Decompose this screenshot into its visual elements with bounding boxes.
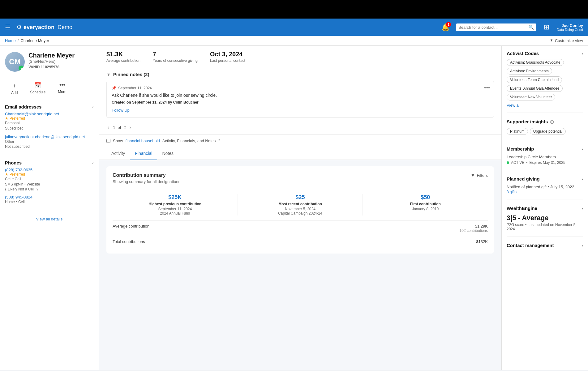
email-address-1[interactable]: CharleneM@sink.sendgrid.net [5,112,59,116]
household-checkbox-row: Show financial household Activity, Finan… [99,135,501,147]
add-icon: ＋ [12,82,17,89]
cs-metric-value-3: $50 [368,194,483,201]
activist-codes-title: Activist Codes [507,51,539,56]
cs-rows: Average contribution $1.29K 102 contribu… [113,220,488,247]
activist-tag: Volunteer: Team Captain lead [507,76,562,83]
middle-panel: $1.3K Average contribution 7 Years of co… [99,46,501,370]
cs-header: Contribution summary ▼ Filters [113,173,488,178]
breadcrumb: Home / Charlene Meyer 👁 Customize view [0,36,588,46]
table-row: Total contributions $132K [113,236,488,247]
search-box[interactable]: 🔍 [456,23,536,31]
follow-up-link[interactable]: Follow Up [112,108,130,113]
pinned-notes-header[interactable]: ▼ Pinned notes (2) [99,68,501,81]
cs-metric-date-2: November 5, 2024 [243,207,358,211]
cs-metrics: $25K Highest previous contribution Septe… [113,189,488,215]
grid-icon[interactable]: ⊞ [544,23,549,31]
more-icon: ••• [59,82,65,88]
cs-row-value-2: $132K [476,239,488,244]
page-of: of [118,125,121,130]
wealth-engine-chevron-icon[interactable]: › [582,206,583,211]
phone-chevron-icon[interactable]: › [92,160,94,165]
supporter-insights-title: Supporter insights ⓘ [507,119,554,125]
cs-row-value-1: $1.29K 102 contributions [460,224,488,233]
user-org: Data Doing Good [557,28,583,32]
more-label: More [58,90,66,94]
prev-page-button[interactable]: ‹ [106,124,110,131]
cs-metric-label-3: First contribution [368,202,483,206]
tab-notes[interactable]: Notes [157,147,178,160]
planned-giving-gifts: 8 gifts [507,190,583,194]
email-meta-1: PersonalSubscribed [5,121,94,131]
view-all-activist-codes-link[interactable]: View all [507,103,583,108]
phone-likely-1: ℹ Likely Not a Cell ? [5,187,94,191]
tab-financial[interactable]: Financial [130,147,157,160]
notification-bell[interactable]: 🔔 1 [441,23,450,31]
stat-value-3: Oct 3, 2024 [210,51,245,58]
tab-bar: Activity Financial Notes [99,147,501,160]
contact-management-chevron-icon[interactable]: › [582,243,583,248]
cs-metric-sub-2: Capital Campaign 2024-24 [243,211,358,215]
email-address-2[interactable]: juliaeveryaction+charlene@sink.sendgrid.… [5,134,85,139]
planned-giving-chevron-icon[interactable]: › [582,177,583,181]
wealth-score: 3|5 - Average [507,214,583,222]
cs-metric-recent: $25 Most recent contribution November 5,… [238,194,363,215]
schedule-button[interactable]: 📅 Schedule [24,79,52,97]
note-card: 📌 September 11, 2024 Ask Charlene if she… [106,81,494,118]
profile-vanid: VANID 110295978 [28,65,94,69]
cs-row-main-value-2: $132K [476,239,488,244]
activist-tag: Activism: Grassroots Advocate [507,59,564,66]
tab-activity[interactable]: Activity [106,147,130,160]
note-created: Created on September 11, 2024 by Colin B… [112,100,489,104]
household-checkbox[interactable] [106,139,110,143]
filters-button[interactable]: ▼ Filters [471,173,488,178]
user-menu[interactable]: Joe Conley Data Doing Good [557,23,583,32]
avatar: CM ✓ [5,52,25,72]
email-section-header: Email addresses › [0,100,99,111]
note-text: Ask Charlene if she would like to join o… [112,93,489,98]
search-icon: 🔍 [529,25,534,30]
cs-metric-value-1: $25K [118,194,233,201]
cs-metric-first: $50 First contribution January 8, 2010 [363,194,488,215]
planned-giving-text: Notified of planned gift • July 15, 2022 [507,185,583,189]
search-input[interactable] [458,25,527,30]
membership-name: Leadership Circle Members [507,155,583,159]
pinned-notes-title: Pinned notes (2) [113,72,149,77]
wealth-engine-section: WealthEngine › 3|5 - Average P2G score •… [507,206,583,237]
breadcrumb-home[interactable]: Home [5,38,16,43]
breadcrumb-current: Charlene Meyer [20,38,49,43]
phone-number-1[interactable]: (828) 732-0635 [5,168,32,172]
breadcrumb-left: Home / Charlene Meyer [5,38,49,43]
list-item: (508) 945-0824 Home • Cell [5,194,94,205]
email-chevron-icon[interactable]: › [92,104,94,109]
add-label: Add [11,91,18,95]
activist-codes-chevron-icon[interactable]: › [582,51,583,56]
breadcrumb-separator: / [18,38,19,43]
household-link[interactable]: financial household [126,139,160,143]
cs-metric-highest: $25K Highest previous contribution Septe… [113,194,238,215]
navbar: ☰ ⚙ everyaction Demo 🔔 1 🔍 ⊞ Joe Conley … [0,19,588,36]
membership-chevron-icon[interactable]: › [582,147,583,151]
view-all-details-button[interactable]: View all details [0,214,99,224]
supporter-insights-section: Supporter insights ⓘ Platinum Upgrade po… [507,119,583,140]
hamburger-icon[interactable]: ☰ [5,23,11,31]
planned-giving-header: Planned giving › [507,176,583,181]
next-page-button[interactable]: › [128,124,132,131]
membership-section: Membership › Leadership Circle Members A… [507,146,583,170]
note-more-icon[interactable]: ••• [484,85,490,91]
contact-management-title: Contact management [507,243,554,248]
activist-tag: Volunteer: New Volunteer [507,94,555,100]
more-button[interactable]: ••• More [52,79,72,97]
activist-tags: Activism: Grassroots Advocate Activism: … [507,59,583,100]
status-dot [507,161,509,164]
stats-bar: $1.3K Average contribution 7 Years of co… [99,46,501,68]
filters-label: Filters [477,173,488,178]
user-name: Joe Conley [557,23,583,28]
add-button[interactable]: ＋ Add [5,79,24,97]
notification-badge: 1 [446,22,451,27]
phone-number-2[interactable]: (508) 945-0824 [5,195,32,199]
membership-active: ACTIVE [511,160,524,165]
customize-view-button[interactable]: 👁 Customize view [550,38,583,43]
verified-badge: ✓ [19,66,24,71]
phone-section-title: Phones [5,160,22,165]
profile-pronouns: (She/Her/Hers) [28,59,94,64]
